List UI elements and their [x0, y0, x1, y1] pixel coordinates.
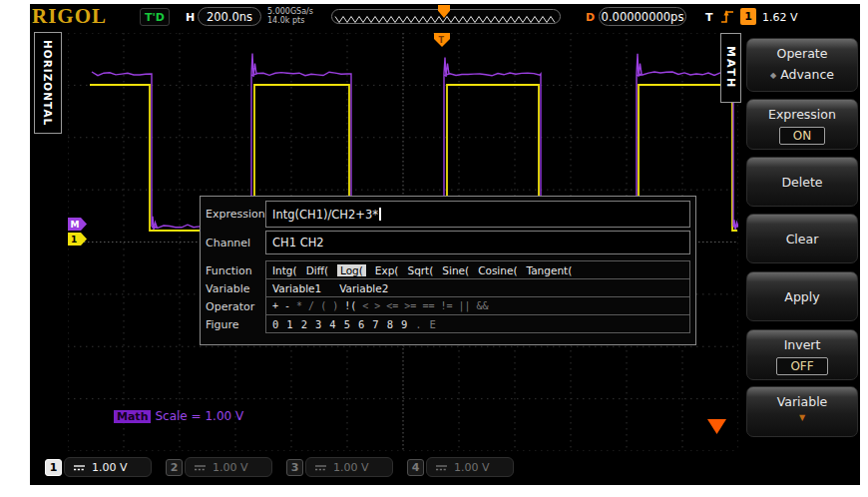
channel-3-scale-box[interactable]: 1.00 V [305, 457, 393, 477]
chevron-down-icon: ▼ [747, 413, 857, 422]
op-item[interactable]: && [477, 300, 489, 311]
op-item[interactable]: ) [332, 300, 338, 311]
text-cursor [379, 208, 381, 221]
math-scale-value: Scale = 1.00 V [155, 409, 243, 423]
fn-item[interactable]: Intg( [272, 264, 297, 276]
channel-4-scale-box[interactable]: 1.00 V [426, 457, 514, 477]
fn-item[interactable]: Cosine( [478, 264, 517, 276]
dc-coupling-icon [194, 463, 207, 472]
channel-3-badge[interactable]: 3 [286, 459, 303, 476]
menu-button-invert[interactable]: Invert OFF [746, 329, 858, 380]
menu-button-label: Apply [784, 289, 819, 304]
horizontal-label-h: H [186, 11, 195, 24]
delay-readout: 0.00000000ps [599, 7, 686, 26]
menu-button-label: Delete [781, 175, 822, 190]
channel-4-badge[interactable]: 4 [407, 459, 424, 476]
op-item[interactable]: || [458, 300, 470, 311]
menu-button-apply[interactable]: Apply [746, 271, 858, 321]
var-item[interactable]: Variable2 [339, 282, 388, 294]
fig-item[interactable]: 1 [286, 318, 292, 330]
function-label: Function [206, 261, 265, 279]
trigger-source-badge: 1 [740, 8, 756, 25]
op-item[interactable]: == [422, 300, 434, 311]
op-item[interactable]: > [374, 300, 380, 311]
channel-2-scale: 1.00 V [213, 461, 248, 474]
fig-item[interactable]: 6 [358, 318, 364, 330]
op-item[interactable]: <= [386, 300, 398, 311]
op-item[interactable]: >= [404, 300, 416, 311]
menu-button-clear[interactable]: Clear [746, 214, 858, 263]
fig-item[interactable]: 4 [329, 318, 335, 330]
fn-item[interactable]: Exp( [375, 264, 399, 276]
fig-item[interactable]: 3 [315, 318, 321, 330]
trigger-level-readout: 1.62 V [762, 11, 798, 24]
op-item[interactable]: < [362, 300, 368, 311]
op-item[interactable]: ( [320, 300, 326, 311]
ch1-level-marker-label: 1 [71, 235, 77, 245]
menu-button-variable[interactable]: Variable ▼ [746, 386, 858, 437]
fn-item[interactable]: Tangent( [527, 264, 573, 276]
math-menu-tab[interactable]: MATH [720, 33, 741, 103]
expression-label: Expression [206, 208, 265, 221]
channel-4-status[interactable]: 4 1.00 V [407, 457, 514, 477]
op-item[interactable]: / [308, 300, 314, 311]
channel-3-scale: 1.00 V [333, 461, 369, 474]
timebase-readout: 200.0ns [198, 7, 261, 26]
menu-button-operate[interactable]: Operate ◆Advance [746, 38, 858, 92]
channel-2-status[interactable]: 2 1.00 V [166, 457, 272, 477]
math-scale-readout: Math Scale = 1.00 V [114, 409, 243, 423]
trigger-position-marker-label: T [439, 36, 445, 45]
sample-rate: 5.000GSa/s [267, 7, 313, 16]
oscilloscope-screen: RIGOL T'D H 200.0ns 5.000GSa/s 14.0k pts… [30, 4, 860, 485]
fn-item[interactable]: Sine( [442, 264, 469, 276]
expression-input[interactable]: Intg(CH1)/CH2+3* [265, 201, 690, 228]
sample-rate-readout: 5.000GSa/s 14.0k pts [267, 7, 313, 25]
channel-2-scale-box[interactable]: 1.00 V [185, 457, 272, 477]
channel-status-bar: 1 1.00 V 2 1.00 V 3 1.00 V 4 1.00 V [30, 453, 860, 485]
op-item[interactable]: * [296, 300, 302, 311]
menu-button-value: ON [779, 127, 825, 145]
menu-button-expression[interactable]: Expression ON [746, 99, 858, 150]
expression-row: Expression Intg(CH1)/CH2+3* [206, 201, 690, 228]
op-item[interactable]: + [272, 300, 278, 311]
menu-button-delete[interactable]: Delete [746, 157, 858, 207]
fig-item[interactable]: 2 [301, 318, 307, 330]
channel-label: Channel [206, 237, 265, 249]
fig-item[interactable]: 8 [387, 318, 393, 330]
fig-item[interactable]: E [430, 318, 436, 330]
function-row: Function Intg(Diff(Log(Exp(Sqrt(Sine(Cos… [206, 261, 690, 279]
math-level-marker-label: M [71, 220, 80, 230]
diamond-icon: ◆ [770, 71, 776, 80]
channel-selector[interactable]: CH1 CH2 [265, 231, 690, 254]
menu-button-value: OFF [776, 357, 827, 375]
operator-row: Operator +-*/()!(<><=>===!=||&& [206, 297, 690, 315]
figure-label: Figure [206, 315, 265, 333]
var-item[interactable]: Variable1 [272, 282, 321, 294]
channel-1-scale-box[interactable]: 1.00 V [64, 457, 152, 477]
fig-item[interactable]: 5 [344, 318, 350, 330]
fig-item[interactable]: 7 [372, 318, 378, 330]
op-item[interactable]: !( [344, 300, 356, 311]
channel-1-badge[interactable]: 1 [45, 459, 62, 476]
op-item[interactable]: != [440, 300, 452, 311]
channel-3-status[interactable]: 3 1.00 V [286, 457, 393, 477]
fn-item[interactable]: Log( [337, 264, 366, 276]
fig-item[interactable]: 9 [401, 318, 407, 330]
fn-item[interactable]: Diff( [306, 264, 328, 276]
fig-item[interactable]: . [415, 318, 421, 330]
corner-alert-arrow-icon[interactable] [707, 419, 726, 434]
channel-4-scale: 1.00 V [454, 461, 490, 474]
op-item[interactable]: - [284, 300, 290, 311]
figure-row: Figure 0123456789.E [206, 315, 690, 333]
menu-button-label: Clear [786, 232, 819, 247]
horizontal-tab[interactable]: HORIZONTAL [34, 32, 62, 134]
fig-item[interactable]: 0 [272, 318, 278, 330]
trigger-label-t: T [705, 11, 713, 24]
fn-item[interactable]: Sqrt( [407, 264, 433, 276]
menu-button-value: Advance [780, 67, 834, 82]
variable-row: Variable Variable1Variable2 [206, 279, 690, 297]
memory-depth: 14.0k pts [267, 16, 313, 25]
channel-2-badge[interactable]: 2 [166, 459, 183, 476]
menu-button-label: Operate [747, 46, 857, 61]
channel-1-status[interactable]: 1 1.00 V [45, 457, 152, 477]
